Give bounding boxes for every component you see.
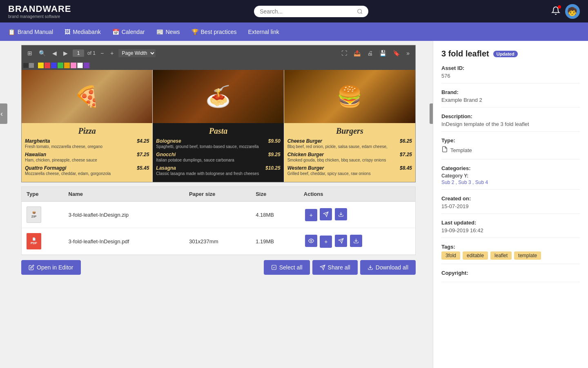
app-subtitle: brand management software: [8, 14, 71, 19]
type-label: Type:: [441, 137, 580, 144]
next-page-button[interactable]: ▶: [62, 49, 69, 57]
pdf-icon: 📄 PDF: [27, 233, 41, 249]
search-input[interactable]: [260, 8, 353, 15]
category-name: Category Y:: [441, 173, 580, 179]
brand-manual-icon: 📋: [8, 29, 15, 35]
mediabank-icon: 🖼: [65, 29, 70, 35]
zoom-select[interactable]: Page Width 50% 100% 150%: [118, 49, 156, 57]
share-button-zip[interactable]: [320, 208, 332, 220]
next-button[interactable]: ›: [430, 103, 433, 124]
download-icon: [368, 265, 373, 270]
category-subs: Sub 2 , Sub 3 , Sub 4: [441, 180, 580, 185]
add-button-pdf[interactable]: +: [320, 236, 332, 248]
nav-best-practices[interactable]: 🏆 Best practices: [192, 27, 237, 37]
search-bar[interactable]: [254, 6, 368, 17]
swatch-red: [45, 63, 50, 68]
created-label: Created on:: [441, 195, 580, 202]
more-button[interactable]: »: [405, 49, 411, 57]
color-bar: [22, 61, 415, 70]
menu-burgers-section: 🍔 Burgers Cheese Burger$6.25 Bbq beef, r…: [284, 70, 415, 182]
burgers-photo: 🍔: [284, 70, 415, 123]
type-value-area: Template: [441, 145, 580, 155]
asset-id-section: Asset ID: 576: [441, 65, 580, 83]
menu-item-cheese-burger: Cheese Burger$6.25 Bbq beef, red onion, …: [287, 138, 412, 149]
news-label: News: [166, 29, 180, 35]
page-of: of 1: [87, 50, 96, 56]
menu-item-hawaiian: Hawaiian$7.25 Ham, chicken, pineapple, c…: [25, 152, 149, 163]
description-section: Description: InDesign template of the 3 …: [441, 113, 580, 132]
file-name-zip: 3-fold-leaflet-InDesign.zip: [64, 202, 184, 228]
swatch-gray: [29, 63, 34, 68]
fullscreen-button[interactable]: ⛶: [340, 49, 349, 57]
zoom-in-toolbar-button[interactable]: 🔍: [37, 49, 47, 57]
zoom-out-button[interactable]: −: [99, 49, 105, 57]
calendar-icon: 📅: [112, 29, 119, 35]
tag-leaflet: leaflet: [490, 251, 512, 260]
download-all-button[interactable]: Download all: [360, 260, 416, 275]
swatch-blue: [51, 63, 57, 68]
nav-icons: 🧒: [551, 4, 580, 19]
add-button-zip[interactable]: +: [305, 209, 317, 221]
external-link-label: External link: [248, 29, 279, 35]
asset-id-value: 576: [441, 73, 580, 79]
menu-item-lasagna: Lasagna$10.25 Classic lasagna made with …: [156, 165, 280, 176]
prev-page-button[interactable]: ◀: [51, 49, 58, 57]
share-all-button[interactable]: Share all: [312, 260, 358, 275]
open-editor-button[interactable]: Open in Editor: [21, 260, 81, 275]
print-button[interactable]: 🖨: [365, 49, 374, 57]
description-value: InDesign template of the 3 fold leaflet: [441, 121, 580, 127]
download-all-label: Download all: [376, 264, 408, 271]
notification-bell[interactable]: [551, 6, 560, 17]
presentation-button[interactable]: 📤: [352, 49, 362, 57]
zoom-in-button[interactable]: +: [109, 49, 115, 57]
download-button-pdf[interactable]: [350, 235, 362, 247]
search-icon: [357, 8, 363, 15]
created-value: 15-07-2019: [441, 203, 580, 209]
files-table-container: Type Name Paper size Size Actions 📦 ZIP: [21, 186, 416, 255]
nav-calendar[interactable]: 📅 Calendar: [112, 27, 145, 37]
pizza-title: Pizza: [25, 126, 149, 136]
select-all-label: Select all: [279, 264, 303, 271]
avatar[interactable]: 🧒: [565, 4, 580, 19]
tags-label: Tags:: [441, 244, 580, 250]
file-type-pdf: 📄 PDF: [22, 228, 64, 255]
col-header-paper-size: Paper size: [184, 187, 251, 202]
secondary-navigation: 📋 Brand Manual 🖼 Mediabank 📅 Calendar 📰 …: [0, 22, 588, 41]
pizza-body: Pizza Margherita$4.25 Fresh tomato, mozz…: [22, 123, 152, 182]
page-input[interactable]: 1: [73, 49, 84, 57]
sidebar-toggle-button[interactable]: ⊞: [26, 49, 34, 57]
zip-icon: 📦 ZIP: [27, 206, 41, 223]
best-practices-icon: 🏆: [192, 29, 198, 35]
logo: BRANDWARE brand management software: [8, 4, 71, 19]
menu-item-quattro: Quattro Formaggi$5.45 Mozzarella cheese,…: [25, 165, 149, 176]
swatch-orange: [64, 63, 70, 68]
nav-external-link[interactable]: External link: [248, 27, 279, 37]
updated-badge: Updated: [493, 51, 518, 57]
swatch-black: [23, 63, 28, 68]
open-editor-label: Open in Editor: [37, 264, 74, 271]
tag-template: template: [514, 251, 541, 260]
download-button-zip[interactable]: [335, 208, 347, 220]
menu-item-gnocchi: Gnocchi$9.25 Italian potatoe dumplings, …: [156, 152, 280, 163]
pizza-photo: 🍕: [22, 70, 152, 123]
brand-value: Example Brand 2: [441, 97, 580, 103]
share-icon: [320, 265, 325, 270]
bulk-action-buttons: Select all Share all Download all: [264, 260, 416, 275]
menu-item-margherita: Margherita$4.25 Fresh tomato, mozzarella…: [25, 138, 149, 149]
swatch-purple: [84, 63, 89, 68]
save-button[interactable]: 💾: [378, 49, 388, 57]
col-header-type: Type: [22, 187, 64, 202]
nav-news[interactable]: 📰 News: [156, 27, 180, 37]
nav-brand-manual[interactable]: 📋 Brand Manual: [8, 27, 53, 37]
view-button-pdf[interactable]: [305, 235, 317, 247]
col-header-size: Size: [251, 187, 299, 202]
best-practices-label: Best practices: [201, 29, 237, 35]
nav-mediabank[interactable]: 🖼 Mediabank: [65, 27, 101, 37]
bottom-actions: Open in Editor Select all Share all Down…: [21, 255, 416, 280]
bookmark-button[interactable]: 🔖: [391, 49, 401, 57]
updated-label: Last updated:: [441, 220, 580, 226]
created-section: Created on: 15-07-2019: [441, 195, 580, 214]
share-button-pdf[interactable]: [335, 235, 347, 247]
select-all-button[interactable]: Select all: [264, 260, 310, 275]
prev-button[interactable]: ‹: [0, 103, 7, 124]
